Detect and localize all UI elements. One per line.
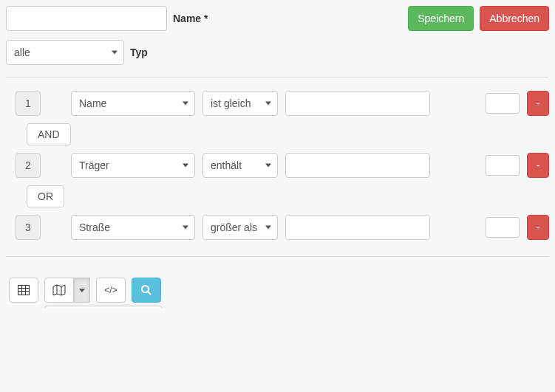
code-icon: </> <box>104 285 117 295</box>
chevron-down-icon <box>265 102 271 106</box>
divider <box>6 77 549 78</box>
rule-color[interactable] <box>486 217 520 238</box>
rule-value-input[interactable] <box>285 215 430 240</box>
rule-value-input[interactable] <box>285 153 430 178</box>
code-view-button[interactable]: </> <box>96 278 126 303</box>
rule-value-input[interactable] <box>285 91 430 116</box>
rule-row: 1 Name ist gleich - <box>6 91 549 116</box>
chevron-down-icon <box>112 51 118 55</box>
svg-line-8 <box>148 292 151 295</box>
boolean-operator-button[interactable]: OR <box>27 185 64 207</box>
rule-field-select[interactable]: Name <box>71 91 195 116</box>
chevron-down-icon <box>183 102 188 106</box>
rule-operator-select[interactable]: größer als <box>202 215 278 240</box>
divider <box>6 256 549 257</box>
rule-row: 3 Straße größer als - <box>6 215 549 240</box>
remove-rule-button[interactable]: - <box>527 215 549 240</box>
remove-rule-button[interactable]: - <box>527 91 549 116</box>
rule-number: 1 <box>16 91 41 116</box>
map-icon <box>52 284 66 296</box>
search-icon <box>140 284 152 296</box>
rule-operator-select[interactable]: enthält <box>202 153 278 178</box>
rule-field-select[interactable]: Straße <box>71 215 195 240</box>
chevron-down-icon <box>79 289 85 292</box>
table-view-button[interactable] <box>9 278 38 303</box>
save-button[interactable]: Speichern <box>408 6 474 31</box>
rule-operator-select[interactable]: ist gleich <box>202 91 278 116</box>
result-toolbar: Umkreissuche Linie puffern Freihandfläch… <box>9 278 549 303</box>
map-dropdown-toggle[interactable] <box>74 278 90 303</box>
chevron-down-icon <box>265 164 271 168</box>
rule-number: 3 <box>16 215 41 240</box>
svg-point-7 <box>142 286 149 292</box>
rules-section: 1 Name ist gleich - AND 2 Träger enthält <box>6 91 549 240</box>
chevron-down-icon <box>183 164 188 168</box>
spatial-search-dropdown: Umkreissuche Linie puffern Freihandfläch… <box>44 306 163 309</box>
chevron-down-icon <box>265 226 271 230</box>
name-input[interactable] <box>6 6 167 31</box>
search-button[interactable] <box>132 278 161 303</box>
type-label: Typ <box>130 47 148 58</box>
type-select[interactable]: alle <box>6 40 124 65</box>
type-selected: alle <box>14 47 30 58</box>
rule-number: 2 <box>16 153 41 178</box>
rule-field-select[interactable]: Träger <box>71 153 195 178</box>
chevron-down-icon <box>183 226 188 230</box>
map-view-button[interactable] <box>44 278 74 303</box>
cancel-button[interactable]: Abbrechen <box>480 6 549 31</box>
svg-rect-0 <box>18 286 30 295</box>
rule-color[interactable] <box>486 155 520 176</box>
rule-row: 2 Träger enthält - <box>6 153 549 178</box>
remove-rule-button[interactable]: - <box>527 153 549 178</box>
name-label: Name * <box>173 13 208 24</box>
table-icon <box>18 284 30 296</box>
boolean-operator-button[interactable]: AND <box>27 123 71 145</box>
rule-color[interactable] <box>486 93 520 114</box>
